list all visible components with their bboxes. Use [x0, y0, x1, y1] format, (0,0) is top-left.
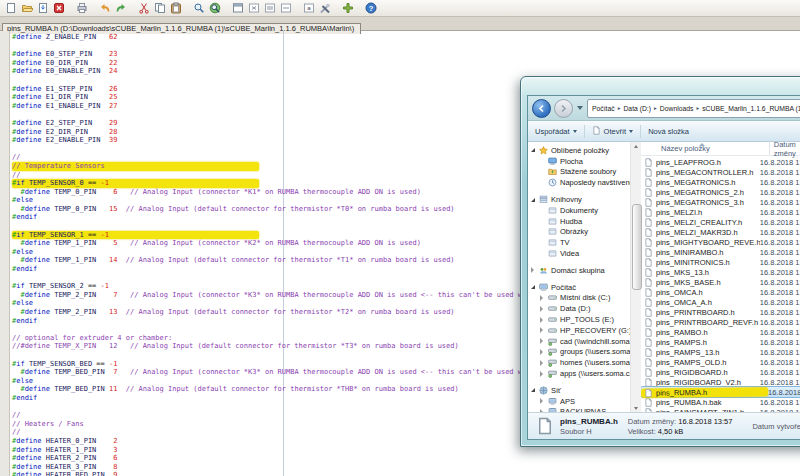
tile-windows-button[interactable] [246, 1, 262, 15]
nav-pane-scrollbar[interactable] [630, 142, 641, 412]
help-button[interactable]: ? [363, 1, 379, 15]
tree-item-aps[interactable]: APS [531, 396, 630, 407]
tree-item-cad-windchill-soma-cz[interactable]: cad (\\windchill.soma.cz) [531, 336, 630, 347]
file-row[interactable]: pins_OMCA.h16.8.2018 13:57 [641, 287, 800, 297]
tree-item-m-stn-disk-c[interactable]: Místní disk (C:) [531, 293, 630, 304]
find-in-files-button[interactable] [207, 1, 223, 15]
file-row[interactable]: pins_RAMPS.h16.8.2018 13:57 [641, 337, 800, 347]
forward-button[interactable] [554, 99, 573, 118]
file-row[interactable]: pins_RIGIDBOARD_V2.h16.8.2018 13:57 [641, 377, 800, 387]
text-tools-button[interactable]: a [301, 1, 317, 15]
scroll-up-icon[interactable] [632, 142, 640, 150]
history-dropdown-icon[interactable] [577, 106, 583, 110]
file-row[interactable]: pins_MIGHTYBOARD_REVE.h16.8.2018 13:57 [641, 237, 800, 247]
tree-item-homes-users-soma-cz[interactable]: homes (\\users.soma.cz) [531, 357, 630, 368]
open-file-button[interactable] [19, 1, 35, 15]
explorer-titlebar[interactable] [521, 77, 800, 95]
file-row[interactable]: pins_PRINTRBOARD_REVF.h16.8.2018 13:57 [641, 317, 800, 327]
new-file-button[interactable] [3, 1, 19, 15]
collapsed-triangle-icon[interactable] [540, 371, 548, 377]
file-row[interactable]: pins_MEGATRONICS.h16.8.2018 13:57 [641, 177, 800, 187]
collapsed-triangle-icon[interactable] [540, 398, 548, 404]
tree-item-dom-c-skupina[interactable]: Domácí skupina [531, 265, 630, 276]
file-row[interactable]: pins_RAMPS_13.h16.8.2018 13:57 [641, 347, 800, 357]
breadcrumb-item[interactable]: Downloads [658, 105, 696, 112]
tree-item-s[interactable]: Síť [531, 385, 630, 396]
file-row[interactable]: pins_MINIRAMBO.h16.8.2018 13:57 [641, 247, 800, 257]
file-row[interactable]: pins_LEAPFROG.h16.8.2018 13:57 [641, 157, 800, 167]
collapsed-triangle-icon[interactable] [531, 267, 539, 273]
settings-button[interactable] [317, 1, 333, 15]
split-horizontal-button[interactable] [262, 1, 278, 15]
scroll-down-icon[interactable] [632, 404, 640, 412]
file-row[interactable]: pins_RUMBA.h.bak16.8.2018 13:57 [641, 397, 800, 407]
back-button[interactable] [532, 99, 551, 118]
expanded-triangle-icon[interactable] [531, 148, 539, 152]
tree-item-naposledy-nav-t-ven[interactable]: Naposledy navštívené [531, 177, 630, 188]
file-row[interactable]: pins_MELZI_CREALITY.h16.8.2018 13:57 [641, 217, 800, 227]
collapsed-triangle-icon[interactable] [540, 338, 548, 344]
file-row[interactable]: pins_RAMPS_OLD.h16.8.2018 13:57 [641, 357, 800, 367]
find-button[interactable] [191, 1, 207, 15]
tree-item-data-d[interactable]: Data (D:) [531, 303, 630, 314]
new-folder-button[interactable]: Nová složka [648, 127, 689, 136]
file-row[interactable]: pins_MKS_13.h16.8.2018 13:57 [641, 267, 800, 277]
column-header-name[interactable]: Název položky [641, 142, 770, 155]
tree-item-hudba[interactable]: Hudba [531, 216, 630, 227]
collapsed-triangle-icon[interactable] [540, 327, 548, 333]
plugins-button[interactable] [340, 1, 356, 15]
paste-button[interactable] [168, 1, 184, 15]
breadcrumb-item[interactable]: sCUBE_Marlin_1.1.6_RUMBA (1) [700, 105, 800, 112]
new-window-button[interactable] [230, 1, 246, 15]
tree-item-sta-en-soubory[interactable]: Stažené soubory [531, 167, 630, 178]
collapsed-triangle-icon[interactable] [540, 360, 548, 366]
collapsed-triangle-icon[interactable] [540, 306, 548, 312]
open-button[interactable]: Otevřít [592, 126, 634, 137]
size-value: 4,50 kB [658, 427, 683, 436]
print-button[interactable] [74, 1, 90, 15]
tree-item-videa[interactable]: Videa [531, 248, 630, 259]
file-row[interactable]: pins_MELZI_MAKR3D.h16.8.2018 13:57 [641, 227, 800, 237]
file-row[interactable]: pins_MEGATRONICS_2.h16.8.2018 13:57 [641, 187, 800, 197]
file-row[interactable]: pins_PRINTRBOARD.h16.8.2018 13:57 [641, 307, 800, 317]
expanded-triangle-icon[interactable] [531, 388, 539, 392]
file-row[interactable]: pins_OMCA_A.h16.8.2018 13:57 [641, 297, 800, 307]
file-row[interactable]: pins_RIGIDBOARD.h16.8.2018 13:57 [641, 367, 800, 377]
file-row[interactable]: pins_RAMBO.h16.8.2018 13:57 [641, 327, 800, 337]
tree-item-dokumenty[interactable]: Dokumenty [531, 205, 630, 216]
address-bar[interactable]: Počítač▸Data (D:)▸Downloads▸sCUBE_Marlin… [587, 99, 800, 118]
collapsed-triangle-icon[interactable] [540, 349, 548, 355]
breadcrumb-item[interactable]: Data (D:) [621, 105, 653, 112]
expanded-triangle-icon[interactable] [531, 198, 539, 202]
tree-item-plocha[interactable]: Plocha [531, 156, 630, 167]
breadcrumb-item[interactable]: Počítač [590, 105, 617, 112]
collapsed-triangle-icon[interactable] [540, 317, 548, 323]
tree-item-knihovny[interactable]: Knihovny [531, 194, 630, 205]
tree-item-groups-users-soma-cz[interactable]: groups (\\users.soma.cz) [531, 347, 630, 358]
tree-item-obr-zky[interactable]: Obrázky [531, 227, 630, 238]
tree-item-hp-recovery-g[interactable]: HP_RECOVERY (G:) [531, 325, 630, 336]
close-file-button[interactable] [51, 1, 67, 15]
tree-item-hp-tools-e[interactable]: HP_TOOLS (E:) [531, 314, 630, 325]
file-row[interactable]: pins_MELZI.h16.8.2018 13:57 [641, 207, 800, 217]
tree-item-apps-users-soma-cz-z[interactable]: apps (\\users.soma.cz) (Z:) [531, 368, 630, 379]
file-row[interactable]: pins_MEGATRONICS_3.h16.8.2018 13:57 [641, 197, 800, 207]
tree-item-obl-ben-polo-ky[interactable]: Oblíbené položky [531, 145, 630, 156]
tree-item-tv[interactable]: TV [531, 237, 630, 248]
collapsed-triangle-icon[interactable] [540, 295, 548, 301]
organize-button[interactable]: Uspořádat [535, 127, 577, 136]
split-vertical-button[interactable] [278, 1, 294, 15]
cut-button[interactable] [136, 1, 152, 15]
file-row[interactable]: pins_MINITRONICS.h16.8.2018 13:57 [641, 257, 800, 267]
expanded-triangle-icon[interactable] [531, 285, 539, 289]
copy-button[interactable] [152, 1, 168, 15]
split-horizontal-icon [264, 2, 276, 14]
undo-button[interactable] [97, 1, 113, 15]
scrollbar-thumb[interactable] [632, 204, 642, 290]
file-row-selected[interactable]: pins_RUMBA.h16.8.2018 13:57 [641, 387, 800, 397]
tree-item-po-ta[interactable]: Počítač [531, 282, 630, 293]
file-row[interactable]: pins_MEGACONTROLLER.h16.8.2018 13:57 [641, 167, 800, 177]
file-row[interactable]: pins_MKS_BASE.h16.8.2018 13:57 [641, 277, 800, 287]
save-file-button[interactable] [35, 1, 51, 15]
redo-button[interactable] [113, 1, 129, 15]
